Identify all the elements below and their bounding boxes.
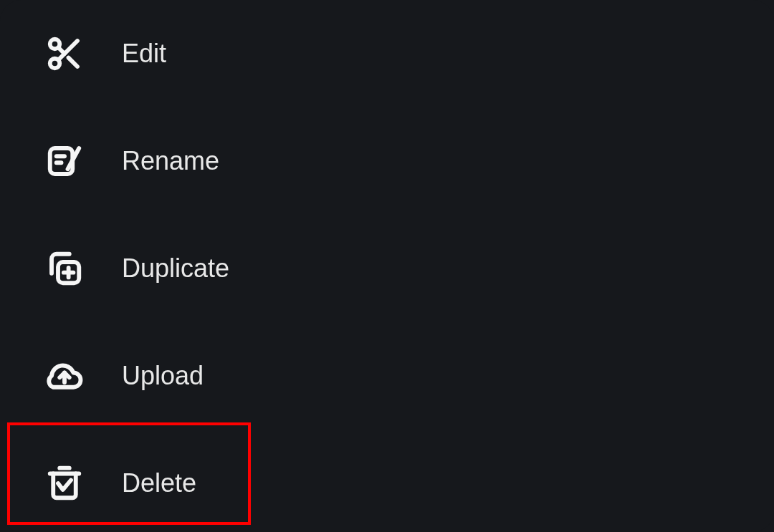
- menu-item-label: Delete: [122, 468, 196, 498]
- svg-line-3: [69, 58, 77, 67]
- scissors-icon: [43, 32, 86, 75]
- menu-item-duplicate[interactable]: Duplicate: [0, 215, 774, 322]
- menu-item-rename[interactable]: Rename: [0, 107, 774, 215]
- menu-item-label: Upload: [122, 361, 204, 391]
- menu-item-label: Edit: [122, 39, 166, 69]
- menu-item-upload[interactable]: Upload: [0, 322, 774, 430]
- menu-item-edit[interactable]: Edit: [0, 0, 774, 107]
- menu-list: Edit Rename: [0, 0, 774, 532]
- menu-item-label: Duplicate: [122, 253, 229, 284]
- svg-line-4: [58, 47, 64, 54]
- trash-icon: [43, 462, 86, 505]
- menu-item-label: Rename: [122, 146, 219, 176]
- rename-icon: [43, 140, 86, 183]
- duplicate-icon: [43, 247, 86, 290]
- menu-item-delete[interactable]: Delete: [0, 430, 774, 532]
- context-menu: Edit Rename: [0, 0, 774, 532]
- cloud-upload-icon: [43, 354, 86, 397]
